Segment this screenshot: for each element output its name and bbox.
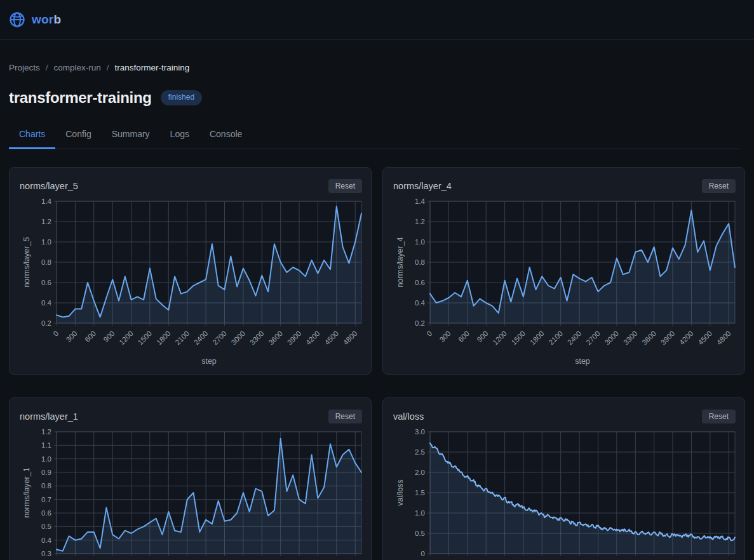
svg-text:1.1: 1.1 <box>41 441 51 449</box>
tab-console[interactable]: Console <box>199 123 252 149</box>
svg-text:0.6: 0.6 <box>415 279 425 286</box>
tab-summary[interactable]: Summary <box>102 123 160 149</box>
reset-button[interactable]: Reset <box>702 179 736 193</box>
chart-panel-norms-layer-1: norms/layer_1 Reset 0.30.40.50.60.70.80.… <box>9 397 372 560</box>
svg-text:1.0: 1.0 <box>41 455 51 463</box>
svg-text:3000: 3000 <box>230 330 247 347</box>
charts-grid: norms/layer_5 Reset 0.20.40.60.81.01.21.… <box>9 167 739 560</box>
svg-text:0.2: 0.2 <box>415 319 425 327</box>
svg-text:3300: 3300 <box>248 330 266 347</box>
reset-button[interactable]: Reset <box>328 410 362 423</box>
svg-text:2.0: 2.0 <box>415 469 425 476</box>
app-logo-text[interactable]: worb <box>32 13 61 27</box>
chart-canvas-val-loss[interactable]: 00.51.01.52.02.53.0030060090012001500180… <box>394 427 736 560</box>
svg-text:1.0: 1.0 <box>415 509 425 517</box>
svg-text:300: 300 <box>65 330 79 343</box>
svg-text:3600: 3600 <box>641 330 658 347</box>
svg-text:1.5: 1.5 <box>415 489 425 497</box>
breadcrumb-project-name[interactable]: complex-run <box>54 63 101 72</box>
svg-text:0.2: 0.2 <box>41 319 51 327</box>
breadcrumb-projects[interactable]: Projects <box>9 63 40 72</box>
chart-canvas-norms-layer-5[interactable]: 0.20.40.60.81.01.21.40300600900120015001… <box>21 196 362 369</box>
page-title: transformer-training <box>9 89 152 107</box>
svg-text:0.7: 0.7 <box>41 496 51 503</box>
logo-text-secondary: b <box>53 13 61 26</box>
chart-canvas-norms-layer-1[interactable]: 0.30.40.50.60.70.80.91.01.11.20300600900… <box>21 427 362 560</box>
svg-text:1800: 1800 <box>155 330 172 347</box>
app-header: worb <box>0 0 754 40</box>
svg-text:norms/layer_5: norms/layer_5 <box>22 237 31 287</box>
breadcrumb-run-name: transformer-training <box>115 63 190 72</box>
svg-text:2100: 2100 <box>548 330 565 347</box>
panel-header: val/loss Reset <box>393 410 736 423</box>
panel-header: norms/layer_4 Reset <box>393 179 736 193</box>
reset-button[interactable]: Reset <box>702 410 736 423</box>
globe-icon[interactable] <box>9 11 25 28</box>
svg-text:600: 600 <box>83 330 97 343</box>
svg-text:4800: 4800 <box>715 330 732 347</box>
svg-text:600: 600 <box>457 330 471 343</box>
tab-bar: Charts Config Summary Logs Console <box>9 123 739 149</box>
svg-text:4200: 4200 <box>304 330 321 347</box>
svg-text:900: 900 <box>476 330 490 343</box>
svg-text:300: 300 <box>438 330 452 343</box>
svg-text:1.0: 1.0 <box>415 238 425 246</box>
chart-title: norms/layer_1 <box>20 411 78 422</box>
svg-text:3900: 3900 <box>659 330 677 347</box>
svg-text:4200: 4200 <box>678 330 695 347</box>
svg-text:1.4: 1.4 <box>41 197 52 205</box>
svg-text:step: step <box>201 357 217 366</box>
breadcrumb-separator: / <box>107 63 109 72</box>
svg-text:1.0: 1.0 <box>41 238 51 246</box>
svg-text:3.0: 3.0 <box>415 428 425 436</box>
svg-text:norms/layer_4: norms/layer_4 <box>396 237 405 287</box>
svg-text:3000: 3000 <box>603 330 621 347</box>
svg-text:0.3: 0.3 <box>41 550 51 557</box>
svg-text:1.2: 1.2 <box>415 218 425 225</box>
breadcrumb-separator: / <box>46 63 48 72</box>
svg-text:1.4: 1.4 <box>415 197 426 205</box>
svg-text:1800: 1800 <box>528 330 546 347</box>
svg-text:0.9: 0.9 <box>41 469 51 476</box>
chart-title: norms/layer_5 <box>20 181 78 191</box>
svg-text:0.4: 0.4 <box>41 537 52 544</box>
chart-title: norms/layer_4 <box>393 181 452 191</box>
svg-text:4800: 4800 <box>342 330 359 347</box>
svg-text:2700: 2700 <box>584 330 602 347</box>
svg-text:0.8: 0.8 <box>41 482 51 490</box>
tab-logs[interactable]: Logs <box>160 123 199 149</box>
svg-text:0.5: 0.5 <box>41 523 51 530</box>
svg-text:900: 900 <box>102 330 116 343</box>
svg-text:0.4: 0.4 <box>415 299 426 307</box>
svg-text:0: 0 <box>421 550 425 557</box>
tab-config[interactable]: Config <box>55 123 101 149</box>
svg-text:2100: 2100 <box>174 330 191 347</box>
svg-text:3900: 3900 <box>286 330 303 347</box>
svg-text:0: 0 <box>51 330 60 338</box>
svg-text:1500: 1500 <box>137 330 154 347</box>
svg-text:norms/layer_1: norms/layer_1 <box>22 467 31 517</box>
svg-text:0: 0 <box>425 330 433 338</box>
svg-text:0.8: 0.8 <box>41 258 51 266</box>
svg-text:4500: 4500 <box>323 330 340 347</box>
svg-text:step: step <box>575 357 590 366</box>
svg-text:1200: 1200 <box>118 330 135 347</box>
svg-text:1500: 1500 <box>510 330 527 347</box>
svg-text:0.6: 0.6 <box>41 279 51 286</box>
chart-canvas-norms-layer-4[interactable]: 0.20.40.60.81.01.21.40300600900120015001… <box>394 196 736 369</box>
tab-charts[interactable]: Charts <box>9 123 55 149</box>
svg-text:3300: 3300 <box>622 330 639 347</box>
reset-button[interactable]: Reset <box>328 179 362 193</box>
svg-text:0.5: 0.5 <box>415 530 425 537</box>
title-row: transformer-training finished <box>9 89 739 107</box>
breadcrumb: Projects / complex-run / transformer-tra… <box>9 63 739 72</box>
panel-header: norms/layer_5 Reset <box>20 179 362 193</box>
status-badge: finished <box>161 90 202 105</box>
svg-text:2400: 2400 <box>192 330 210 347</box>
svg-text:3600: 3600 <box>267 330 285 347</box>
svg-text:2400: 2400 <box>566 330 583 347</box>
chart-panel-val-loss: val/loss Reset 00.51.01.52.02.53.0030060… <box>382 397 745 560</box>
chart-panel-norms-layer-4: norms/layer_4 Reset 0.20.40.60.81.01.21.… <box>382 167 745 375</box>
logo-text-primary: wor <box>32 13 53 26</box>
svg-text:0.8: 0.8 <box>415 258 425 266</box>
